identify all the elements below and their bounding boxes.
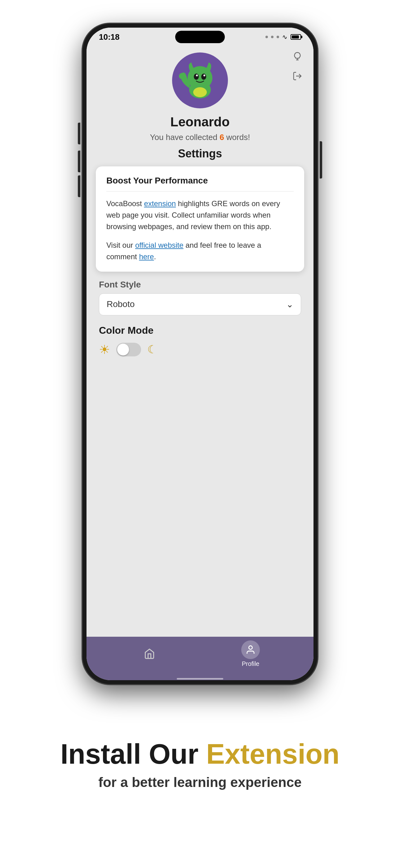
svg-point-6	[201, 73, 206, 80]
install-part1: Install Our	[61, 739, 206, 770]
extension-word: Extension	[206, 739, 339, 770]
word-count-suffix: words!	[224, 132, 250, 142]
screen-content: Leonardo You have collected 6 words! Set…	[87, 46, 313, 680]
font-style-label: Font Style	[99, 280, 301, 290]
bottom-text-section: Install Our Extension for a better learn…	[0, 714, 400, 821]
svg-point-8	[203, 74, 205, 76]
home-icon	[140, 645, 159, 663]
word-count-number: 6	[220, 132, 224, 142]
extension-link[interactable]: extension	[144, 199, 176, 208]
top-icons	[291, 49, 304, 83]
word-count-prefix: You have collected	[150, 132, 220, 142]
avatar	[172, 53, 228, 108]
logout-icon[interactable]	[291, 69, 304, 83]
status-bar: 10:18 ∿	[87, 28, 313, 46]
battery-fill	[292, 35, 299, 38]
home-bar	[177, 678, 223, 680]
status-icons: ∿	[265, 33, 301, 41]
profile-label: Profile	[242, 660, 260, 668]
signal-dot3	[276, 36, 279, 38]
official-website-link[interactable]: official website	[135, 241, 184, 249]
svg-point-7	[196, 74, 198, 76]
chevron-down-icon: ⌄	[286, 299, 293, 310]
settings-label: Settings	[178, 147, 222, 160]
dropdown-value: Roboto	[107, 299, 135, 309]
profile-icon	[241, 641, 260, 659]
install-heading: Install Our Extension	[61, 739, 339, 770]
font-style-dropdown[interactable]: Roboto ⌄	[99, 293, 301, 315]
svg-point-11	[249, 646, 252, 649]
battery-icon	[291, 34, 301, 40]
modal-body: VocaBoost extension highlights GRE words…	[106, 198, 294, 232]
modal-footer: Visit our official website and feel free…	[106, 239, 294, 262]
moon-icon: ☾	[147, 343, 157, 356]
phone-screen: 10:18 ∿	[87, 28, 313, 680]
color-mode-label: Color Mode	[99, 325, 301, 336]
svg-point-9	[179, 73, 185, 79]
modal-title: Boost Your Performance	[106, 176, 294, 191]
svg-point-5	[194, 73, 199, 80]
home-indicator	[87, 677, 313, 680]
bottom-nav: Profile	[87, 637, 313, 677]
profile-section: Leonardo You have collected 6 words! Set…	[87, 46, 313, 166]
color-mode-toggle[interactable]	[116, 343, 141, 356]
sun-icon: ☀	[99, 342, 110, 357]
word-count: You have collected 6 words!	[150, 132, 250, 142]
svg-point-10	[193, 87, 207, 97]
phone-shell: 10:18 ∿	[82, 23, 318, 685]
modal-body-text1: VocaBoost	[106, 199, 144, 208]
signal-dot1	[265, 36, 268, 38]
toggle-thumb	[117, 344, 129, 355]
status-time: 10:18	[99, 32, 120, 42]
nav-item-profile[interactable]: Profile	[241, 641, 260, 668]
lightbulb-icon[interactable]	[291, 49, 304, 63]
modal-card: Boost Your Performance VocaBoost extensi…	[96, 166, 304, 272]
wifi-icon: ∿	[282, 33, 288, 41]
modal-footer-text1: Visit our	[106, 241, 135, 249]
username: Leonardo	[170, 115, 229, 129]
nav-item-home[interactable]	[140, 645, 159, 663]
modal-footer-period: .	[154, 252, 156, 261]
install-subtext: for a better learning experience	[98, 775, 301, 790]
signal-dot2	[271, 36, 273, 38]
dynamic-island	[175, 31, 225, 43]
color-mode-row: ☀ ☾	[99, 342, 301, 357]
phone-wrapper: 10:18 ∿	[0, 0, 400, 714]
here-link[interactable]: here	[139, 252, 154, 261]
settings-area: Font Style Roboto ⌄ Color Mode ☀ ☾	[87, 272, 313, 637]
